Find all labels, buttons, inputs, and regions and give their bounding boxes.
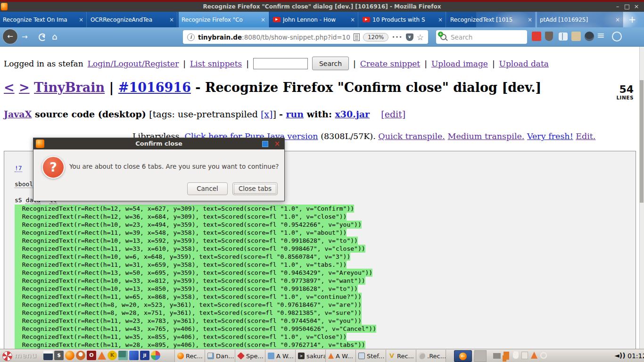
tab-close-icon[interactable]: × (615, 16, 620, 23)
launcher-monitor-icon[interactable] (118, 351, 128, 360)
tab-close-icon[interactable]: × (438, 16, 443, 23)
javax-link[interactable]: JavaX (4, 109, 32, 119)
ublock-shield-icon[interactable] (545, 32, 553, 41)
edit-transpile-link[interactable]: Edit. (576, 132, 595, 141)
launcher-cube-icon[interactable] (129, 351, 139, 360)
home-icon[interactable]: ⌂ (52, 32, 57, 41)
zoom-level-indicator[interactable]: 120% (363, 33, 388, 41)
tab-john-lennon[interactable]: ▶ John Lennon - How × (270, 12, 358, 27)
code-line-ref[interactable]: !7 (15, 165, 22, 172)
tray-vlc-icon[interactable] (531, 352, 537, 359)
list-snippets-link[interactable]: List snippets (190, 59, 242, 68)
launcher-terminal-icon[interactable]: $ (54, 351, 64, 360)
launcher-firefox-icon[interactable] (65, 351, 74, 360)
tray-window-icon[interactable] (493, 353, 501, 359)
reader-mode-icon[interactable] (354, 33, 360, 41)
tinybrain-home-link[interactable]: TinyBrain (34, 80, 105, 95)
extension-profile-icon[interactable] (585, 32, 594, 41)
extension-red-icon[interactable] (532, 32, 541, 41)
very-fresh-link[interactable]: Very fresh! (527, 132, 573, 141)
active-firefox-task-button[interactable]: ← (454, 350, 472, 362)
reload-icon[interactable] (39, 33, 46, 41)
jar-link[interactable]: x30.jar (335, 109, 370, 119)
upload-image-link[interactable]: Upload image (431, 59, 488, 68)
taskbar-gray-button[interactable] (474, 350, 487, 362)
task-button[interactable]: Spe... (235, 350, 265, 362)
tab-close-icon[interactable]: × (528, 16, 532, 23)
back-button[interactable]: ← (3, 29, 17, 44)
launcher-gimp-icon[interactable] (151, 351, 160, 360)
remove-tag-link[interactable]: [x] (261, 109, 273, 119)
tab-ptadd[interactable]: ptAdd [1016925] × (537, 12, 623, 27)
window-minimize-button[interactable]: – (614, 3, 621, 10)
prev-snippet-link[interactable]: < (4, 80, 15, 95)
launcher-files-icon[interactable] (43, 351, 53, 360)
launcher-k-icon[interactable]: K (107, 351, 117, 360)
tags-close-text: ] (273, 109, 279, 119)
page-scrollbar-thumb[interactable] (640, 80, 644, 203)
edit-link[interactable]: [edit] (381, 109, 405, 119)
task-button[interactable]: A W... (265, 350, 295, 362)
launcher-opera-icon[interactable]: O (87, 351, 96, 360)
url-bar[interactable]: i tinybrain.de:8080/tb/show-snippet.php?… (183, 30, 428, 44)
upload-data-link[interactable]: Upload data (499, 59, 549, 68)
window-maximize-button[interactable]: □ (623, 3, 631, 10)
sidebar-panels-icon[interactable] (559, 33, 568, 41)
launcher-vlc-icon[interactable] (98, 352, 106, 360)
extension-tan-icon[interactable] (571, 32, 581, 41)
create-snippet-link[interactable]: Create snippet (360, 59, 420, 68)
tab-10-products[interactable]: ▶ 10 Products with S × (360, 12, 446, 27)
extension-globe-icon[interactable] (612, 32, 622, 41)
cancel-button[interactable]: Cancel (187, 182, 228, 195)
login-logout-link[interactable]: Login/Logout/Register (88, 59, 179, 68)
task-button[interactable]: Dan... (205, 350, 235, 362)
task-button[interactable]: VRec... (386, 350, 416, 362)
page-actions-icon[interactable]: ••• (392, 34, 402, 40)
tray-plug-icon[interactable] (513, 352, 519, 359)
site-info-icon[interactable]: i (187, 33, 195, 41)
tray-circle-icon[interactable] (540, 352, 547, 359)
task-button[interactable]: Rec... (174, 350, 205, 362)
close-tabs-button[interactable]: Close tabs (232, 182, 278, 195)
medium-transpile-link[interactable]: Medium transpile. (448, 132, 525, 141)
taskbar-clock[interactable]: 01:12 (627, 352, 644, 360)
dialog-close-icon[interactable]: × (274, 140, 280, 148)
task-button[interactable]: Stef... (355, 350, 386, 362)
task-button[interactable]: A W... (325, 350, 355, 362)
tab-recognize-text-on-image[interactable]: Recognize Text On Ima × (0, 12, 87, 27)
bookmark-star-icon[interactable]: ☆ (417, 33, 424, 42)
run-link[interactable]: run (286, 109, 304, 119)
start-menu-icon[interactable] (2, 351, 12, 361)
tray-p-icon[interactable] (521, 352, 528, 359)
dialog-maximize-icon[interactable] (262, 141, 268, 147)
tab-close-icon[interactable]: × (79, 16, 83, 23)
launcher-chromium-icon[interactable] (76, 351, 85, 360)
new-tab-button[interactable]: + (625, 12, 639, 27)
search-bar[interactable]: + Search (436, 30, 527, 44)
tab-close-icon[interactable]: × (169, 16, 174, 23)
window-close-button[interactable]: × (633, 3, 640, 10)
tab-ocr-recognize[interactable]: OCRRecognizeAndTea × (88, 12, 177, 27)
launcher-intellij-icon[interactable]: JI (140, 351, 149, 360)
url-text[interactable]: tinybrain.de:8080/tb/show-snippet.php?id… (198, 33, 350, 41)
volume-icon[interactable]: ◄)) (614, 352, 626, 359)
pocket-icon[interactable]: ∨ (406, 33, 413, 41)
snippet-search-input[interactable] (253, 58, 308, 69)
tab-recognize-firefox-active[interactable]: Recognize Firefox "Co × (179, 12, 269, 27)
forward-button[interactable]: → (22, 33, 28, 41)
menu-hamburger-icon[interactable]: ≡ (597, 30, 605, 39)
snippet-title-text: - Recognize Firefox "Confirm close" dial… (191, 80, 541, 95)
tab-recognizedtext[interactable]: RecognizedText [1015 × (447, 12, 536, 27)
search-icon[interactable]: + (440, 34, 446, 40)
tab-close-icon[interactable]: × (261, 16, 265, 23)
task-button-label: Dan... (216, 353, 234, 360)
search-button[interactable]: Search (312, 57, 349, 70)
task-button[interactable]: .Rec... (416, 350, 446, 362)
tray-building-icon[interactable] (504, 352, 509, 360)
tab-close-icon[interactable]: × (350, 16, 355, 23)
task-button[interactable]: >sakura (295, 350, 325, 362)
start-menu-label[interactable]: menu (14, 351, 36, 360)
quick-transpile-link[interactable]: Quick transpile. (378, 132, 445, 141)
next-snippet-link[interactable]: > (19, 80, 30, 95)
snippet-id-link[interactable]: #1016916 (118, 80, 191, 95)
